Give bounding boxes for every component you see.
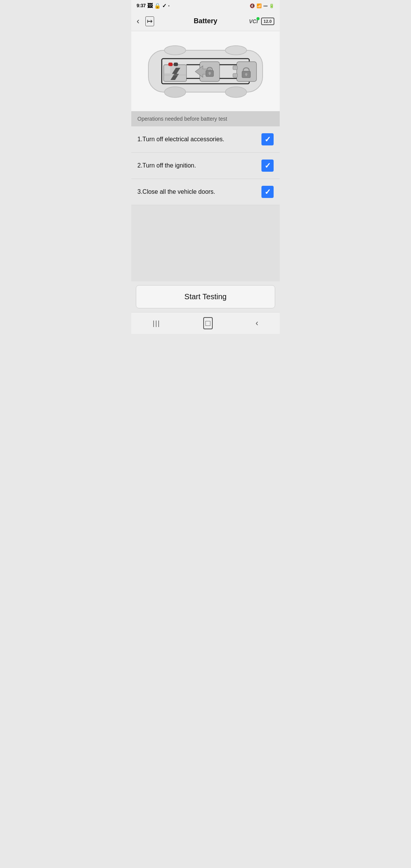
page-title: Battery — [194, 17, 217, 25]
checklist-text-3: 3.Close all the vehicle doors. — [137, 188, 215, 195]
export-button[interactable]: ↦ — [145, 16, 154, 26]
status-icons: 🔇 📶 ▪▪▪ 🔋 — [250, 3, 274, 8]
svg-rect-19 — [233, 73, 237, 77]
checklist-item-2: 2.Turn off the ignition. — [131, 153, 280, 179]
nav-menu-button[interactable]: ||| — [153, 319, 160, 327]
svg-rect-11 — [164, 65, 170, 73]
car-diagram-area — [131, 31, 280, 111]
svg-rect-8 — [174, 63, 178, 66]
checklist-item-1: 1.Turn off electrical accessories. — [131, 126, 280, 153]
svg-point-4 — [225, 46, 247, 55]
svg-point-3 — [164, 46, 186, 55]
car-diagram — [141, 39, 270, 104]
operations-header: Operations needed before battery test — [131, 111, 280, 126]
svg-rect-16 — [209, 73, 210, 75]
checklist-text-1: 1.Turn off electrical accessories. — [137, 136, 225, 143]
vci-connected-dot — [256, 17, 260, 20]
content-spacer — [131, 205, 280, 281]
svg-point-1 — [164, 87, 186, 97]
vci-badge: VCI — [249, 18, 258, 24]
checkbox-1[interactable] — [261, 133, 274, 145]
toolbar-left: ‹ ↦ — [137, 16, 154, 26]
status-time: 9:37 🖼 🔒 ✓ • — [137, 3, 170, 9]
toolbar: ‹ ↦ Battery VCI 12.0 — [131, 11, 280, 31]
checklist-text-2: 2.Turn off the ignition. — [137, 162, 196, 169]
voltage-badge: 12.0 — [261, 18, 274, 25]
nav-back-button[interactable]: ‹ — [255, 318, 258, 328]
start-testing-button[interactable]: Start Testing — [136, 285, 275, 308]
operations-header-text: Operations needed before battery test — [137, 116, 227, 122]
checkbox-2[interactable] — [261, 160, 274, 172]
checklist: 1.Turn off electrical accessories. 2.Tur… — [131, 126, 280, 205]
status-bar: 9:37 🖼 🔒 ✓ • 🔇 📶 ▪▪▪ 🔋 — [131, 0, 280, 11]
nav-home-button[interactable]: □ — [203, 317, 213, 329]
back-button[interactable]: ‹ — [137, 16, 139, 26]
checkbox-3[interactable] — [261, 186, 274, 198]
toolbar-right: VCI 12.0 — [249, 18, 274, 25]
checklist-item-3: 3.Close all the vehicle doors. — [131, 179, 280, 205]
svg-rect-18 — [233, 66, 237, 70]
svg-rect-22 — [246, 74, 247, 76]
bottom-nav: ||| □ ‹ — [131, 312, 280, 334]
svg-point-2 — [225, 87, 247, 97]
svg-rect-7 — [169, 63, 172, 66]
